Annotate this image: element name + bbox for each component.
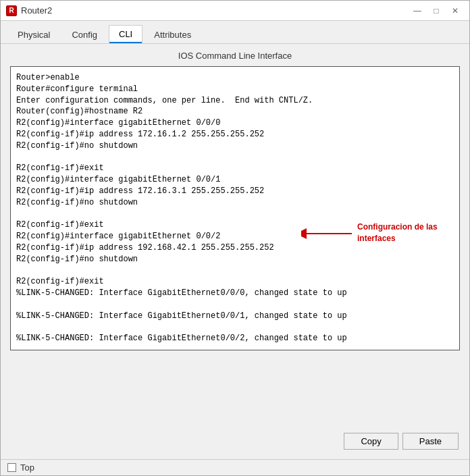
terminal-scroll[interactable]: Router>enable Router#configure terminal … — [11, 67, 459, 350]
main-window: R Router2 — □ ✕ Physical Config CLI Attr… — [0, 0, 470, 476]
close-button[interactable]: ✕ — [446, 3, 464, 18]
maximize-button[interactable]: □ — [427, 3, 445, 18]
paste-button[interactable]: Paste — [402, 433, 459, 450]
tab-config[interactable]: Config — [61, 26, 107, 43]
window-title: Router2 — [21, 5, 52, 16]
tab-bar: Physical Config CLI Attributes — [1, 21, 469, 44]
tab-cli[interactable]: CLI — [109, 25, 142, 43]
tab-physical[interactable]: Physical — [7, 26, 60, 43]
bottom-bar: Top — [1, 459, 469, 475]
top-checkbox[interactable] — [7, 463, 16, 472]
section-title: IOS Command Line Interface — [10, 51, 460, 61]
top-label: Top — [20, 462, 34, 473]
terminal-wrapper: Configuracion de las interfaces Router>e… — [10, 66, 460, 427]
tab-attributes[interactable]: Attributes — [144, 26, 201, 43]
content-area: IOS Command Line Interface Configuracion… — [1, 44, 469, 459]
cli-output: Router>enable Router#configure terminal … — [16, 72, 454, 344]
title-bar-left: R Router2 — [6, 5, 52, 16]
minimize-button[interactable]: — — [409, 3, 426, 18]
terminal-container[interactable]: Router>enable Router#configure terminal … — [10, 66, 460, 350]
button-row: Copy Paste — [10, 427, 460, 452]
title-bar-controls: — □ ✕ — [409, 3, 464, 18]
copy-button[interactable]: Copy — [344, 433, 398, 450]
window-icon: R — [6, 5, 17, 16]
title-bar: R Router2 — □ ✕ — [1, 1, 469, 21]
